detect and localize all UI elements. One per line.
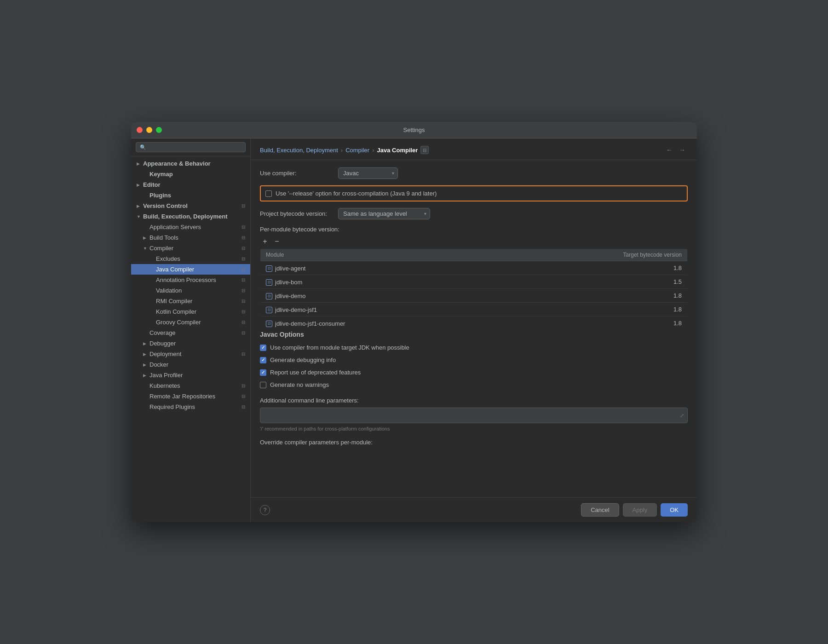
pin-icon: ⊟ [240,224,247,230]
sidebar-item-plugins[interactable]: Plugins [131,190,250,201]
pin-button[interactable]: ⊟ [420,146,429,154]
search-input[interactable] [149,144,242,150]
sidebar-item-keymap[interactable]: Keymap [131,169,250,179]
help-button[interactable]: ? [260,505,270,515]
module-icon: ⊡ [266,265,272,272]
project-bytecode-select-wrap: Same as language level 1.8 9 11 17 ▾ [338,208,430,219]
pin-icon: ⊟ [240,330,247,335]
add-module-button[interactable]: + [260,236,270,247]
arrow-icon: ▼ [143,246,150,251]
release-option-checkbox[interactable] [265,190,272,197]
pin-icon: ⊟ [240,277,247,282]
sidebar-item-kotlin-compiler[interactable]: Kotlin Compiler ⊟ [131,306,250,317]
sidebar-item-docker[interactable]: ▶ Docker [131,359,250,370]
maximize-button[interactable] [156,127,162,133]
search-bar: 🔍 [131,138,250,156]
sidebar-item-coverage[interactable]: Coverage ⊟ [131,328,250,338]
sidebar-item-java-profiler[interactable]: ▶ Java Profiler [131,370,250,380]
sidebar-label: Kotlin Compiler [156,308,240,315]
sidebar-item-appearance[interactable]: ▶ Appearance & Behavior [131,158,250,169]
col-bytecode-version: Target bytecode version [501,249,688,261]
ok-button[interactable]: OK [661,503,688,517]
use-compiler-select[interactable]: Javac Eclipse Ajc [338,167,398,179]
module-cell: ⊡ jdlive-demo-jsf1-consumer [260,316,501,329]
use-compiler-row: Use compiler: Javac Eclipse Ajc ▾ [260,167,688,179]
col-module: Module [260,249,501,261]
sidebar-item-kubernetes[interactable]: Kubernetes ⊟ [131,380,250,391]
sidebar-item-compiler[interactable]: ▼ Compiler ⊟ [131,243,250,253]
arrow-icon: ▶ [143,362,150,367]
table-row: ⊡ jdlive-bom 1.5 [260,275,688,289]
footer-actions: Cancel Apply OK [581,503,688,517]
footer: ? Cancel Apply OK [251,497,697,522]
close-button[interactable] [137,127,143,133]
breadcrumb-sep1: › [341,147,343,154]
pin-icon: ⊟ [240,404,247,409]
sidebar-item-rmi-compiler[interactable]: RMI Compiler ⊟ [131,296,250,306]
table-row: ⊡ jdlive-agent 1.8 [260,261,688,275]
main-content: 🔍 ▶ Appearance & Behavior Keymap ▶ Edito… [131,138,697,522]
search-input-wrap[interactable]: 🔍 [136,142,246,152]
cancel-button[interactable]: Cancel [581,503,619,517]
sidebar-label: Application Servers [150,224,240,230]
sidebar-label: Debugger [150,340,247,347]
sidebar-item-debugger[interactable]: ▶ Debugger [131,338,250,349]
sidebar-item-app-servers[interactable]: Application Servers ⊟ [131,222,250,232]
pin-icon: ⊟ [240,203,247,208]
sidebar-item-required-plugins[interactable]: Required Plugins ⊟ [131,402,250,412]
sidebar-item-version-control[interactable]: ▶ Version Control ⊟ [131,201,250,211]
cmd-params-input[interactable] [260,408,688,423]
module-table-wrap: Module Target bytecode version ⊡ jdlive-… [260,248,688,329]
sidebar-label: Appearance & Behavior [143,160,247,167]
sidebar-label: Groovy Compiler [156,319,240,326]
opt-checkbox-2[interactable] [260,357,266,363]
cmd-params-label: Additional command line parameters: [260,397,688,404]
pin-icon: ⊟ [240,235,247,240]
option-report-deprecated: Report use of deprecated features [260,368,688,377]
sidebar-item-deployment[interactable]: ▶ Deployment ⊟ [131,349,250,359]
pin-icon: ⊟ [240,320,247,325]
sidebar-item-editor[interactable]: ▶ Editor [131,179,250,190]
sidebar-label: Editor [143,181,247,188]
sidebar-label: Kubernetes [150,382,240,389]
sidebar-item-validation[interactable]: Validation ⊟ [131,285,250,296]
sidebar-label: Required Plugins [150,403,240,410]
sidebar-item-build-tools[interactable]: ▶ Build Tools ⊟ [131,232,250,243]
sidebar-label: Remote Jar Repositories [150,393,240,400]
minimize-button[interactable] [146,127,152,133]
opt-label-4: Generate no warnings [270,381,329,388]
sidebar-item-groovy-compiler[interactable]: Groovy Compiler ⊟ [131,317,250,328]
sidebar-item-build-exec-deploy[interactable]: ▼ Build, Execution, Deployment [131,211,250,222]
sidebar-item-annotation-processors[interactable]: Annotation Processors ⊟ [131,275,250,285]
breadcrumb-java-compiler: Java Compiler [377,147,418,154]
sidebar-item-remote-jar-repos[interactable]: Remote Jar Repositories ⊟ [131,391,250,402]
pin-icon: ⊟ [240,383,247,388]
sidebar-label: Docker [150,361,247,368]
breadcrumb-build: Build, Execution, Deployment [260,147,338,154]
sidebar-item-excludes[interactable]: Excludes ⊟ [131,253,250,264]
opt-checkbox-4[interactable] [260,382,266,388]
opt-checkbox-3[interactable] [260,369,266,376]
module-name: jdlive-demo-jsf1 [275,306,317,313]
forward-button[interactable]: → [677,145,688,155]
release-option-label: Use '--release' option for cross-compila… [276,190,437,197]
module-icon: ⊡ [266,321,272,327]
apply-button[interactable]: Apply [623,503,657,517]
use-compiler-select-wrap: Javac Eclipse Ajc ▾ [338,167,398,179]
sidebar-item-java-compiler[interactable]: Java Compiler ⊟ [131,264,250,275]
breadcrumb-compiler: Compiler [345,147,369,154]
module-name: jdlive-agent [275,265,306,272]
project-bytecode-select[interactable]: Same as language level 1.8 9 11 17 [338,208,430,219]
pin-icon: ⊟ [240,299,247,304]
module-table: Module Target bytecode version ⊡ jdlive-… [260,248,688,329]
remove-module-button[interactable]: − [272,236,282,247]
sidebar-label: Coverage [150,329,240,336]
opt-checkbox-1[interactable] [260,345,266,351]
arrow-icon: ▶ [143,352,150,356]
module-cell: ⊡ jdlive-bom [260,275,501,289]
pin-icon: ⊟ [240,309,247,314]
option-use-compiler-module: Use compiler from module target JDK when… [260,343,688,352]
override-compiler-label: Override compiler parameters per-module: [260,439,688,446]
back-button[interactable]: ← [664,145,675,155]
use-compiler-label: Use compiler: [260,170,334,177]
